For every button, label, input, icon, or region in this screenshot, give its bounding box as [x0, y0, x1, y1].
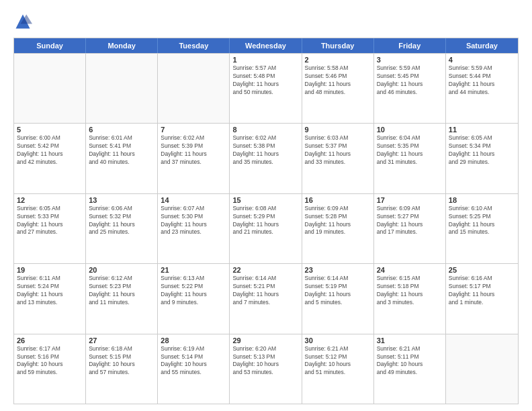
calendar-row-0: 1Sunrise: 5:57 AM Sunset: 5:48 PM Daylig… — [14, 53, 518, 123]
weekday-header-tuesday: Tuesday — [158, 38, 230, 53]
calendar-body: 1Sunrise: 5:57 AM Sunset: 5:48 PM Daylig… — [14, 53, 518, 404]
header — [13, 12, 519, 31]
cell-day-number: 1 — [232, 56, 298, 64]
cell-day-number: 14 — [161, 196, 226, 204]
weekday-header-sunday: Sunday — [14, 38, 86, 53]
weekday-header-wednesday: Wednesday — [230, 38, 302, 53]
cell-info: Sunrise: 6:02 AM Sunset: 5:38 PM Dayligh… — [232, 134, 298, 167]
cell-info: Sunrise: 6:04 AM Sunset: 5:35 PM Dayligh… — [377, 134, 443, 167]
calendar-cell: 21Sunrise: 6:13 AM Sunset: 5:22 PM Dayli… — [158, 264, 230, 333]
calendar-cell: 2Sunrise: 5:58 AM Sunset: 5:46 PM Daylig… — [302, 54, 374, 123]
calendar-cell: 20Sunrise: 6:12 AM Sunset: 5:23 PM Dayli… — [86, 264, 158, 333]
calendar-cell: 5Sunrise: 6:00 AM Sunset: 5:42 PM Daylig… — [14, 124, 86, 193]
calendar-cell: 24Sunrise: 6:15 AM Sunset: 5:18 PM Dayli… — [374, 264, 446, 333]
calendar-cell: 13Sunrise: 6:06 AM Sunset: 5:32 PM Dayli… — [86, 194, 158, 263]
cell-day-number: 6 — [89, 126, 154, 134]
weekday-header-saturday: Saturday — [446, 38, 518, 53]
cell-day-number: 22 — [232, 266, 298, 274]
calendar-cell: 3Sunrise: 5:59 AM Sunset: 5:45 PM Daylig… — [374, 54, 446, 123]
calendar-cell — [158, 54, 230, 123]
cell-day-number: 11 — [449, 126, 515, 134]
cell-info: Sunrise: 6:18 AM Sunset: 5:15 PM Dayligh… — [89, 345, 154, 377]
cell-info: Sunrise: 6:12 AM Sunset: 5:23 PM Dayligh… — [89, 275, 154, 307]
cell-day-number: 25 — [449, 266, 515, 274]
cell-day-number: 9 — [305, 126, 371, 134]
page: SundayMondayTuesdayWednesdayThursdayFrid… — [0, 0, 532, 411]
cell-day-number: 12 — [17, 196, 83, 204]
cell-info: Sunrise: 6:21 AM Sunset: 5:12 PM Dayligh… — [305, 345, 371, 377]
calendar-cell: 8Sunrise: 6:02 AM Sunset: 5:38 PM Daylig… — [230, 124, 302, 193]
calendar-cell: 4Sunrise: 5:59 AM Sunset: 5:44 PM Daylig… — [446, 54, 518, 123]
cell-day-number: 16 — [305, 196, 371, 204]
cell-day-number: 21 — [161, 266, 226, 274]
calendar-row-4: 26Sunrise: 6:17 AM Sunset: 5:16 PM Dayli… — [14, 334, 518, 404]
calendar-cell: 1Sunrise: 5:57 AM Sunset: 5:48 PM Daylig… — [230, 54, 302, 123]
cell-info: Sunrise: 6:08 AM Sunset: 5:29 PM Dayligh… — [232, 205, 298, 237]
cell-info: Sunrise: 6:10 AM Sunset: 5:25 PM Dayligh… — [449, 205, 515, 237]
cell-info: Sunrise: 6:19 AM Sunset: 5:14 PM Dayligh… — [161, 345, 226, 377]
calendar-cell: 10Sunrise: 6:04 AM Sunset: 5:35 PM Dayli… — [374, 124, 446, 193]
cell-day-number: 2 — [305, 56, 371, 64]
calendar-row-3: 19Sunrise: 6:11 AM Sunset: 5:24 PM Dayli… — [14, 263, 518, 333]
cell-info: Sunrise: 6:09 AM Sunset: 5:28 PM Dayligh… — [305, 205, 371, 237]
calendar-header: SundayMondayTuesdayWednesdayThursdayFrid… — [14, 38, 518, 53]
cell-day-number: 20 — [89, 266, 154, 274]
cell-info: Sunrise: 6:05 AM Sunset: 5:34 PM Dayligh… — [449, 134, 515, 167]
calendar-cell: 25Sunrise: 6:16 AM Sunset: 5:17 PM Dayli… — [446, 264, 518, 333]
cell-info: Sunrise: 6:13 AM Sunset: 5:22 PM Dayligh… — [161, 275, 226, 307]
calendar: SundayMondayTuesdayWednesdayThursdayFrid… — [13, 38, 519, 404]
calendar-cell — [86, 54, 158, 123]
cell-day-number: 7 — [161, 126, 226, 134]
cell-day-number: 18 — [449, 196, 515, 204]
cell-info: Sunrise: 6:09 AM Sunset: 5:27 PM Dayligh… — [377, 205, 443, 237]
calendar-cell: 9Sunrise: 6:03 AM Sunset: 5:37 PM Daylig… — [302, 124, 374, 193]
cell-info: Sunrise: 6:16 AM Sunset: 5:17 PM Dayligh… — [449, 275, 515, 307]
calendar-cell: 18Sunrise: 6:10 AM Sunset: 5:25 PM Dayli… — [446, 194, 518, 263]
cell-info: Sunrise: 6:17 AM Sunset: 5:16 PM Dayligh… — [17, 345, 83, 377]
cell-info: Sunrise: 6:14 AM Sunset: 5:19 PM Dayligh… — [305, 275, 371, 307]
calendar-cell: 31Sunrise: 6:21 AM Sunset: 5:11 PM Dayli… — [374, 334, 446, 404]
calendar-cell: 12Sunrise: 6:05 AM Sunset: 5:33 PM Dayli… — [14, 194, 86, 263]
cell-day-number: 8 — [232, 126, 298, 134]
calendar-cell: 26Sunrise: 6:17 AM Sunset: 5:16 PM Dayli… — [14, 334, 86, 404]
calendar-cell: 6Sunrise: 6:01 AM Sunset: 5:41 PM Daylig… — [86, 124, 158, 193]
cell-day-number: 23 — [305, 266, 371, 274]
cell-day-number: 4 — [449, 56, 515, 64]
cell-info: Sunrise: 6:07 AM Sunset: 5:30 PM Dayligh… — [161, 205, 226, 237]
calendar-cell: 19Sunrise: 6:11 AM Sunset: 5:24 PM Dayli… — [14, 264, 86, 333]
calendar-row-1: 5Sunrise: 6:00 AM Sunset: 5:42 PM Daylig… — [14, 123, 518, 193]
cell-info: Sunrise: 5:58 AM Sunset: 5:46 PM Dayligh… — [305, 64, 371, 97]
calendar-cell — [446, 334, 518, 404]
cell-info: Sunrise: 5:59 AM Sunset: 5:44 PM Dayligh… — [449, 64, 515, 97]
cell-info: Sunrise: 6:06 AM Sunset: 5:32 PM Dayligh… — [89, 205, 154, 237]
cell-day-number: 24 — [377, 266, 443, 274]
weekday-header-thursday: Thursday — [302, 38, 374, 53]
cell-day-number: 26 — [17, 336, 83, 345]
cell-info: Sunrise: 6:14 AM Sunset: 5:21 PM Dayligh… — [232, 275, 298, 307]
calendar-cell: 16Sunrise: 6:09 AM Sunset: 5:28 PM Dayli… — [302, 194, 374, 263]
cell-day-number: 13 — [89, 196, 154, 204]
cell-day-number: 28 — [161, 336, 226, 345]
calendar-cell: 29Sunrise: 6:20 AM Sunset: 5:13 PM Dayli… — [230, 334, 302, 404]
calendar-cell: 27Sunrise: 6:18 AM Sunset: 5:15 PM Dayli… — [86, 334, 158, 404]
cell-day-number: 30 — [305, 336, 371, 345]
cell-info: Sunrise: 6:01 AM Sunset: 5:41 PM Dayligh… — [89, 134, 154, 167]
logo — [13, 12, 35, 31]
cell-info: Sunrise: 5:59 AM Sunset: 5:45 PM Dayligh… — [377, 64, 443, 97]
calendar-cell: 17Sunrise: 6:09 AM Sunset: 5:27 PM Dayli… — [374, 194, 446, 263]
calendar-cell: 30Sunrise: 6:21 AM Sunset: 5:12 PM Dayli… — [302, 334, 374, 404]
cell-day-number: 27 — [89, 336, 154, 345]
cell-info: Sunrise: 6:05 AM Sunset: 5:33 PM Dayligh… — [17, 205, 83, 237]
weekday-header-monday: Monday — [86, 38, 158, 53]
cell-day-number: 15 — [232, 196, 298, 204]
cell-info: Sunrise: 6:00 AM Sunset: 5:42 PM Dayligh… — [17, 134, 83, 167]
cell-info: Sunrise: 6:20 AM Sunset: 5:13 PM Dayligh… — [232, 345, 298, 377]
cell-day-number: 10 — [377, 126, 443, 134]
cell-info: Sunrise: 6:03 AM Sunset: 5:37 PM Dayligh… — [305, 134, 371, 167]
weekday-header-friday: Friday — [374, 38, 446, 53]
logo-icon — [13, 12, 32, 31]
cell-day-number: 31 — [377, 336, 443, 345]
calendar-cell: 22Sunrise: 6:14 AM Sunset: 5:21 PM Dayli… — [230, 264, 302, 333]
cell-day-number: 29 — [232, 336, 298, 345]
calendar-cell: 15Sunrise: 6:08 AM Sunset: 5:29 PM Dayli… — [230, 194, 302, 263]
